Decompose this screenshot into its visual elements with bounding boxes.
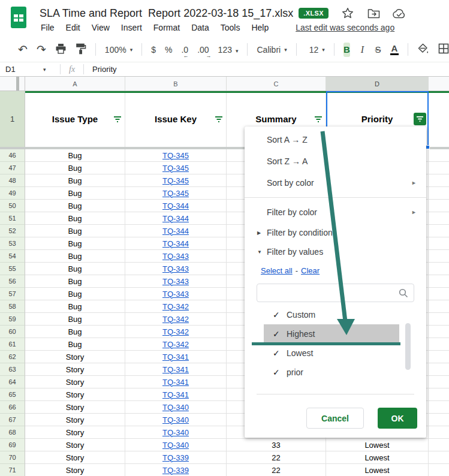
currency-format-button[interactable]: $ [151, 45, 156, 55]
row-header[interactable]: 50 [0, 200, 25, 212]
menu-item-sort-by-color[interactable]: Sort by color ► [245, 172, 426, 194]
issue-key-link[interactable]: TQ-345 [162, 189, 189, 198]
undo-icon[interactable]: ↶ [18, 44, 28, 55]
cell-empty[interactable] [429, 237, 449, 250]
issue-key-link[interactable]: TQ-339 [162, 466, 189, 475]
cell-issue-key-header[interactable]: Issue Key [125, 91, 227, 147]
issue-key-link[interactable]: TQ-342 [162, 315, 189, 324]
cell-empty[interactable] [429, 250, 449, 263]
print-icon[interactable] [55, 43, 67, 56]
frozen-pane-handle[interactable] [16, 77, 19, 91]
row-header[interactable]: 71 [0, 464, 25, 476]
menu-item-filter-by-values[interactable]: ▼ Filter by values [245, 242, 426, 261]
cell-issue-type[interactable]: Bug [25, 338, 125, 351]
filter-value-option-highest[interactable]: ✓Highest [264, 324, 399, 344]
expand-open-icon[interactable]: ▼ [257, 249, 262, 255]
cell-issue-type-header[interactable]: Issue Type [25, 91, 125, 147]
cell-issue-type[interactable]: Story [25, 376, 125, 388]
filter-button-issue-key[interactable] [213, 115, 224, 125]
text-color-button[interactable]: A [390, 43, 399, 57]
cell-empty[interactable] [429, 225, 449, 237]
cell-issue-type[interactable]: Story [25, 363, 125, 376]
decrease-decimal-button[interactable]: .0← [181, 45, 188, 55]
redo-icon[interactable]: ↷ [37, 44, 46, 55]
cell-empty[interactable] [429, 288, 449, 300]
issue-key-link[interactable]: TQ-341 [162, 378, 189, 387]
paint-format-icon[interactable] [76, 43, 86, 56]
cell-empty[interactable] [429, 388, 449, 401]
percent-format-button[interactable]: % [165, 45, 172, 55]
menu-help[interactable]: Help [251, 23, 269, 32]
column-header-c[interactable]: C [227, 77, 326, 91]
menu-file[interactable]: File [41, 23, 55, 32]
cell-e1[interactable] [429, 91, 449, 147]
row-header[interactable]: 47 [0, 162, 25, 174]
cell-empty[interactable] [429, 187, 449, 200]
menu-item-sort-az[interactable]: Sort A → Z [245, 129, 426, 150]
column-header-d[interactable]: D [326, 77, 429, 91]
row-header[interactable]: 55 [0, 263, 25, 275]
row-header[interactable]: 70 [0, 451, 25, 464]
cell-issue-type[interactable]: Story [25, 426, 125, 439]
issue-key-link[interactable]: TQ-342 [162, 327, 189, 336]
issue-key-link[interactable]: TQ-343 [162, 290, 189, 299]
filter-value-option-prior[interactable]: ✓prior [264, 363, 399, 382]
cell-issue-type[interactable]: Bug [25, 275, 125, 288]
select-all-corner[interactable] [0, 77, 25, 91]
cell-issue-type[interactable]: Bug [25, 162, 125, 174]
issue-key-link[interactable]: TQ-345 [162, 164, 189, 173]
scrollbar-thumb[interactable] [405, 323, 411, 370]
row-header[interactable]: 48 [0, 174, 25, 187]
cancel-button[interactable]: Cancel [306, 408, 364, 429]
cell-issue-type[interactable]: Bug [25, 326, 125, 338]
row-header[interactable]: 63 [0, 363, 25, 376]
cell-priority[interactable]: Lowest [326, 451, 429, 464]
increase-decimal-button[interactable]: .00→ [197, 45, 209, 55]
cell-issue-type[interactable]: Bug [25, 237, 125, 250]
clear-link[interactable]: Clear [301, 266, 320, 275]
column-header-e[interactable] [429, 77, 449, 91]
cell-issue-type[interactable]: Bug [25, 263, 125, 275]
cell-issue-type[interactable]: Bug [25, 225, 125, 237]
filter-search-input[interactable] [257, 284, 414, 302]
row-header[interactable]: 66 [0, 401, 25, 414]
move-folder-icon[interactable] [367, 7, 380, 20]
issue-key-link[interactable]: TQ-343 [162, 264, 189, 273]
menu-tools[interactable]: Tools [221, 23, 240, 32]
menu-item-filter-by-condition[interactable]: ▶ Filter by condition [245, 223, 426, 242]
issue-key-link[interactable]: TQ-341 [162, 365, 189, 374]
row-header[interactable]: 60 [0, 326, 25, 338]
issue-key-link[interactable]: TQ-344 [162, 239, 189, 248]
row-header[interactable]: 52 [0, 225, 25, 237]
issue-key-link[interactable]: TQ-344 [162, 227, 189, 236]
cell-summary[interactable]: 22 [227, 464, 326, 476]
row-header[interactable]: 56 [0, 275, 25, 288]
sheets-logo-icon[interactable] [10, 6, 27, 31]
row-header[interactable]: 59 [0, 313, 25, 326]
select-all-link[interactable]: Select all [261, 266, 293, 275]
cell-issue-type[interactable]: Bug [25, 200, 125, 212]
cell-priority[interactable]: Lowest [326, 439, 429, 451]
cell-empty[interactable] [429, 376, 449, 388]
cell-empty[interactable] [429, 174, 449, 187]
font-size-select[interactable]: 12▾ [306, 45, 325, 55]
cell-issue-type[interactable]: Story [25, 439, 125, 451]
cell-empty[interactable] [429, 149, 449, 162]
cell-empty[interactable] [429, 451, 449, 464]
menu-view[interactable]: View [92, 23, 110, 32]
issue-key-link[interactable]: TQ-341 [162, 390, 189, 399]
cell-issue-type[interactable]: Bug [25, 300, 125, 313]
fill-color-icon[interactable] [417, 43, 429, 56]
cell-empty[interactable] [429, 414, 449, 426]
font-name-select[interactable]: Calibri▾ [257, 45, 287, 55]
fill-handle[interactable] [426, 145, 430, 149]
issue-key-link[interactable]: TQ-342 [162, 340, 189, 349]
issue-key-link[interactable]: TQ-342 [162, 302, 189, 311]
row-header[interactable]: 67 [0, 414, 25, 426]
cell-empty[interactable] [429, 300, 449, 313]
cell-issue-type[interactable]: Story [25, 464, 125, 476]
cell-summary[interactable]: 33 [227, 439, 326, 451]
menu-insert[interactable]: Insert [121, 23, 142, 32]
cell-empty[interactable] [429, 162, 449, 174]
cell-issue-type[interactable]: Bug [25, 149, 125, 162]
